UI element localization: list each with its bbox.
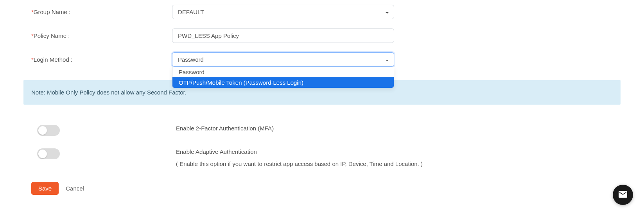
policy-name-label-text: Policy Name : [34,32,70,39]
policy-name-label: *Policy Name : [0,32,172,39]
group-name-select[interactable]: DEFAULT [172,5,394,19]
mfa-toggle-row: Enable 2-Factor Authentication (MFA) [0,120,644,144]
login-method-option-otp[interactable]: OTP/Push/Mobile Token (Password-Less Log… [172,77,394,88]
mail-icon [618,189,628,195]
cancel-button[interactable]: Cancel [66,185,84,192]
mfa-toggle[interactable] [37,125,60,136]
policy-name-input[interactable] [172,29,394,43]
login-method-select-wrapper[interactable]: Password Password OTP/Push/Mobile Token … [172,52,394,67]
login-method-select[interactable]: Password [172,52,394,67]
adaptive-toggle-row: Enable Adaptive Authentication ( Enable … [0,144,644,175]
group-name-select-wrapper[interactable]: DEFAULT [172,5,394,19]
group-name-row: *Group Name : DEFAULT [0,0,644,24]
toggle-knob [38,150,47,158]
adaptive-sublabel: ( Enable this option if you want to rest… [176,160,644,167]
mfa-label: Enable 2-Factor Authentication (MFA) [176,125,644,132]
login-method-label: *Login Method : [0,56,172,63]
login-method-option-password[interactable]: Password [172,67,394,77]
login-method-label-text: Login Method : [34,56,72,63]
login-method-row: *Login Method : Password Password OTP/Pu… [0,48,644,71]
toggle-knob [38,126,47,135]
policy-name-row: *Policy Name : [0,24,644,48]
adaptive-toggle[interactable] [37,148,60,159]
group-name-label: *Group Name : [0,9,172,15]
group-name-label-text: Group Name : [34,9,70,15]
adaptive-label: Enable Adaptive Authentication [176,148,644,155]
login-method-dropdown: Password OTP/Push/Mobile Token (Password… [172,67,394,88]
button-row: Save Cancel [0,175,644,195]
save-button[interactable]: Save [31,182,59,195]
